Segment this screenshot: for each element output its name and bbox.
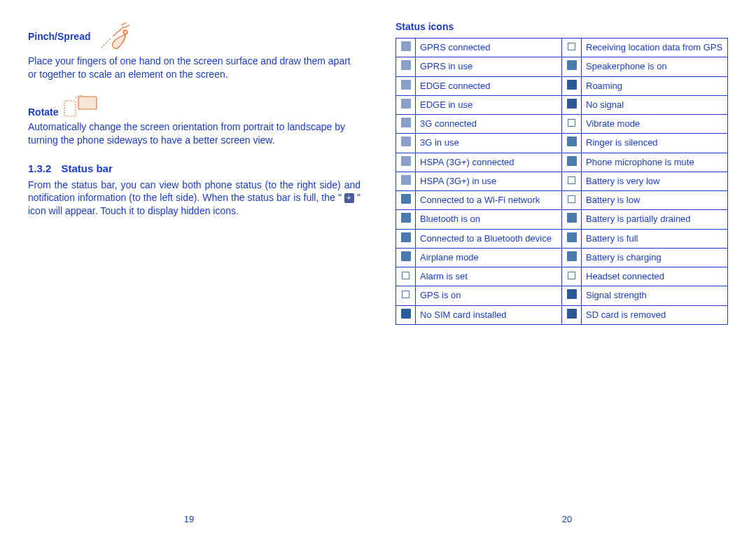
battery-verylow-icon <box>562 172 582 190</box>
status-label: Alarm is set <box>416 267 562 286</box>
status-label: No signal <box>582 95 728 114</box>
table-row: 3G connectedVibrate mode <box>396 115 728 134</box>
status-label: Vibrate mode <box>582 115 728 134</box>
status-label: Airplane mode <box>416 248 562 267</box>
pinch-spread-heading: Pinch/Spread <box>28 31 90 42</box>
roaming-icon <box>562 76 582 95</box>
status-label: No SIM card installed <box>416 305 562 324</box>
table-row: EDGE in useNo signal <box>396 95 728 114</box>
hspa-inuse-icon <box>396 172 416 190</box>
overflow-plus-icon <box>344 193 354 203</box>
table-row: No SIM card installedSD card is removed <box>396 305 728 324</box>
right-page: Status icons GPRS connectedReceiving loc… <box>378 0 756 537</box>
status-label: GPRS connected <box>416 39 562 57</box>
table-row: Alarm is setHeadset connected <box>396 267 728 286</box>
no-sim-icon <box>396 305 416 324</box>
hspa-connected-icon <box>396 153 416 172</box>
gps-on-icon <box>396 286 416 305</box>
vibrate-icon <box>562 115 582 134</box>
ringer-silenced-icon <box>562 134 582 153</box>
bluetooth-icon <box>396 210 416 229</box>
table-row: Connected to a Bluetooth deviceBattery i… <box>396 229 728 248</box>
gprs-connected-icon <box>396 39 416 57</box>
table-row: 3G in useRinger is silenced <box>396 134 728 153</box>
no-signal-icon <box>562 95 582 114</box>
status-label: Receiving location data from GPS <box>582 39 728 57</box>
section-title: Status bar <box>61 162 112 174</box>
status-label: Battery is partially drained <box>582 210 728 229</box>
battery-low-icon <box>562 191 582 210</box>
status-label: Ringer is silenced <box>582 134 728 153</box>
status-label: Battery is low <box>582 191 728 210</box>
statusbar-body: From the status bar, you can view both p… <box>28 179 360 218</box>
table-row: GPRS connectedReceiving location data fr… <box>396 39 728 57</box>
rotate-body-text: Automatically change the screen orientat… <box>28 120 360 147</box>
pinch-body-text: Place your fingers of one hand on the sc… <box>28 55 360 81</box>
status-label: Battery is full <box>582 229 728 248</box>
status-label: Bluetooth is on <box>416 210 562 229</box>
wifi-icon <box>396 191 416 210</box>
edge-inuse-icon <box>396 95 416 114</box>
status-label: Phone microphone is mute <box>582 153 728 172</box>
status-label: EDGE connected <box>416 76 562 95</box>
svg-rect-2 <box>78 97 97 109</box>
svg-point-0 <box>123 30 127 34</box>
statusbar-body-a: From the status bar, you can view both p… <box>28 179 360 204</box>
bluetooth-connected-icon <box>396 229 416 248</box>
rotate-heading: Rotate <box>28 106 59 118</box>
status-label: EDGE in use <box>416 95 562 114</box>
airplane-icon <box>396 248 416 267</box>
section-heading: 1.3.2Status bar <box>28 162 360 174</box>
gps-receiving-icon <box>562 39 582 57</box>
battery-full-icon <box>562 229 582 248</box>
page-number-right: 20 <box>562 514 572 524</box>
table-row: GPRS in useSpeakerphone is on <box>396 57 728 76</box>
status-label: Battery is charging <box>582 248 728 267</box>
status-label: Connected to a Wi-Fi network <box>416 191 562 210</box>
headset-icon <box>562 267 582 286</box>
status-label: GPS is on <box>416 286 562 305</box>
3g-inuse-icon <box>396 134 416 153</box>
table-row: Airplane modeBattery is charging <box>396 248 728 267</box>
status-label: Battery is very low <box>582 172 728 190</box>
rotate-gesture-icon <box>63 94 99 118</box>
svg-rect-1 <box>64 101 76 116</box>
table-row: HSPA (3G+) in useBattery is very low <box>396 172 728 190</box>
page-number-left: 19 <box>184 514 194 524</box>
3g-connected-icon <box>396 115 416 134</box>
battery-partial-icon <box>562 210 582 229</box>
status-label: 3G connected <box>416 115 562 134</box>
status-label: Headset connected <box>582 267 728 286</box>
gprs-inuse-icon <box>396 57 416 76</box>
alarm-icon <box>396 267 416 286</box>
signal-icon <box>562 286 582 305</box>
mic-mute-icon <box>562 153 582 172</box>
sd-removed-icon <box>562 305 582 324</box>
table-row: HSPA (3G+) connectedPhone microphone is … <box>396 153 728 172</box>
table-row: EDGE connectedRoaming <box>396 76 728 95</box>
status-label: HSPA (3G+) in use <box>416 172 562 190</box>
status-label: GPRS in use <box>416 57 562 76</box>
speakerphone-icon <box>562 57 582 76</box>
table-row: Connected to a Wi-Fi networkBattery is l… <box>396 191 728 210</box>
left-page: Pinch/Spread Place your fingers of one h… <box>0 0 378 537</box>
status-icons-table: GPRS connectedReceiving location data fr… <box>396 38 728 325</box>
battery-charging-icon <box>562 248 582 267</box>
status-label: Connected to a Bluetooth device <box>416 229 562 248</box>
status-icons-heading: Status icons <box>396 21 728 32</box>
status-label: Speakerphone is on <box>582 57 728 76</box>
status-label: Roaming <box>582 76 728 95</box>
section-number: 1.3.2 <box>28 162 51 174</box>
table-row: Bluetooth is onBattery is partially drai… <box>396 210 728 229</box>
status-label: Signal strength <box>582 286 728 305</box>
status-label: SD card is removed <box>582 305 728 324</box>
status-label: 3G in use <box>416 134 562 153</box>
table-row: GPS is onSignal strength <box>396 286 728 305</box>
status-label: HSPA (3G+) connected <box>416 153 562 172</box>
edge-connected-icon <box>396 76 416 95</box>
pinch-gesture-icon <box>97 21 134 52</box>
